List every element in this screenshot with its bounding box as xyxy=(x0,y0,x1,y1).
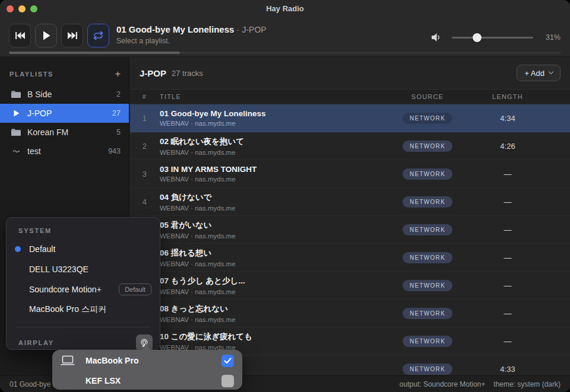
source-badge: NETWORK xyxy=(403,336,452,347)
track-subtitle: WEBNAV · nas.myds.me xyxy=(160,316,380,323)
track-row[interactable]: 7 07 もう少し あと少し... WEBNAV · nas.myds.me N… xyxy=(130,272,570,299)
default-device-badge: Default xyxy=(119,283,151,295)
next-track-button[interactable] xyxy=(61,24,83,47)
laptop-icon xyxy=(61,355,75,366)
output-device-item[interactable]: DELL U3223QE xyxy=(7,259,160,279)
volume-slider[interactable] xyxy=(452,33,533,42)
track-title: 06 揺れる想い xyxy=(160,248,380,259)
selected-device-dot xyxy=(15,246,21,252)
track-number: 2 xyxy=(130,142,154,151)
track-length: — xyxy=(475,281,540,290)
playlist-name: J-POP xyxy=(27,109,52,118)
column-header-source: SOURCE xyxy=(380,93,475,100)
source-badge: NETWORK xyxy=(403,141,452,152)
playlist-name: Korean FM xyxy=(27,128,68,137)
airplay-device-row[interactable]: KEF LSX xyxy=(52,371,242,390)
source-badge: NETWORK xyxy=(403,308,452,319)
speaker-icon[interactable] xyxy=(430,32,442,43)
sidebar-playlist-item[interactable]: J-POP 27 xyxy=(0,104,129,123)
source-badge: NETWORK xyxy=(403,168,452,180)
track-length: 4:34 xyxy=(475,114,540,123)
playlist-count-label: 27 tracks xyxy=(172,69,203,78)
playlist-track-count: 943 xyxy=(108,147,129,155)
add-track-button[interactable]: + Add xyxy=(517,65,560,81)
track-title: 02 眠れない夜を抱いて xyxy=(160,136,380,147)
playlist-name: B Side xyxy=(27,90,52,99)
now-playing: 01 Good-bye My Loneliness · J-POP Select… xyxy=(116,24,267,45)
track-row[interactable]: 8 08 きっと忘れない WEBNAV · nas.myds.me NETWOR… xyxy=(130,299,570,327)
system-section-header: SYSTEM xyxy=(7,218,160,239)
column-header-number: # xyxy=(130,93,154,100)
source-badge: NETWORK xyxy=(403,113,452,124)
track-title: 03 IN MY ARMS TONIGHT xyxy=(160,165,380,174)
sidebar-playlist-item[interactable]: test 943 xyxy=(0,142,129,161)
output-device-label: Default xyxy=(29,244,55,254)
popover-divider xyxy=(16,327,150,327)
source-badge: NETWORK xyxy=(403,280,452,291)
seek-bar[interactable] xyxy=(9,52,561,54)
track-row[interactable]: 6 06 揺れる想い WEBNAV · nas.myds.me NETWORK … xyxy=(130,244,570,272)
track-row[interactable]: 1 01 Good-bye My Loneliness WEBNAV · nas… xyxy=(130,104,570,132)
track-subtitle: WEBNAV · nas.myds.me xyxy=(160,205,380,212)
source-badge: NETWORK xyxy=(403,252,452,263)
output-device-item[interactable]: MacBook Pro 스피커 xyxy=(7,299,160,320)
track-length: — xyxy=(475,253,540,262)
track-length: 4:33 xyxy=(475,365,540,374)
track-subtitle: WEBNAV · nas.myds.me xyxy=(160,232,380,240)
track-subtitle: WEBNAV · nas.myds.me xyxy=(160,288,380,295)
playing-indicator-icon xyxy=(11,110,21,117)
track-length: — xyxy=(475,225,540,234)
output-device-label: DELL U3223QE xyxy=(29,264,88,274)
track-length: 4:26 xyxy=(475,142,540,151)
device-checkbox[interactable] xyxy=(221,375,234,387)
sidebar-playlist-item[interactable]: Korean FM 5 xyxy=(0,123,129,142)
airplay-device-label: KEF LSX xyxy=(86,376,121,385)
repeat-button[interactable] xyxy=(87,24,109,47)
app-window: Hay Radio 01 Good-bye My Loneliness · J-… xyxy=(0,0,570,392)
track-subtitle: WEBNAV · nas.myds.me xyxy=(160,260,380,267)
source-badge: NETWORK xyxy=(403,196,452,208)
output-device-item[interactable]: Default xyxy=(7,239,160,259)
previous-track-button[interactable] xyxy=(9,24,31,47)
volume-controls: 31% xyxy=(430,30,560,45)
airplay-device-row[interactable]: MacBook Pro xyxy=(52,351,242,370)
track-subtitle: WEBNAV · nas.myds.me xyxy=(160,149,380,156)
add-playlist-button[interactable]: + xyxy=(115,71,121,78)
track-row[interactable]: 3 03 IN MY ARMS TONIGHT WEBNAV · nas.myd… xyxy=(130,160,570,188)
track-row[interactable]: 2 02 眠れない夜を抱いて WEBNAV · nas.myds.me NETW… xyxy=(130,132,570,160)
playlist-track-count: 27 xyxy=(112,109,129,117)
volume-track xyxy=(452,37,533,39)
track-title: 04 負けないで xyxy=(160,192,380,203)
output-device-item[interactable]: Soundcore Motion+ Default xyxy=(7,279,160,299)
playlist-name: test xyxy=(27,146,41,156)
airplay-section-header: AIRPLAY xyxy=(18,339,54,346)
output-device-label: MacBook Pro 스피커 xyxy=(29,304,106,315)
separator-dot: · xyxy=(237,25,240,34)
column-header-title: TITLE xyxy=(154,93,380,100)
volume-percent-label: 31% xyxy=(543,33,560,42)
skip-back-icon xyxy=(15,31,26,40)
chevron-down-icon xyxy=(549,69,553,74)
track-row[interactable]: 4 04 負けないで WEBNAV · nas.myds.me NETWORK … xyxy=(130,188,570,216)
track-title: 01 Good-bye My Loneliness xyxy=(160,109,380,118)
track-title: 05 君がいない xyxy=(160,220,380,231)
track-title: 07 もう少し あと少し... xyxy=(160,276,380,286)
track-length: — xyxy=(475,337,540,346)
output-device-popover: SYSTEM Default DELL U3223QE Soundcore Mo… xyxy=(6,217,160,350)
sidebar-playlist-item[interactable]: B Side 2 xyxy=(0,85,129,104)
play-button[interactable] xyxy=(35,24,57,47)
track-rows: 1 01 Good-bye My Loneliness WEBNAV · nas… xyxy=(130,104,570,375)
column-header-length: LENGTH xyxy=(475,93,540,100)
checkmark-icon xyxy=(224,358,232,364)
track-title: 08 きっと忘れない xyxy=(160,304,380,314)
track-number: 4 xyxy=(130,197,154,206)
airplay-device-label: MacBook Pro xyxy=(86,356,138,365)
source-badge: NETWORK xyxy=(403,224,452,235)
volume-thumb[interactable] xyxy=(473,33,482,42)
track-number: 1 xyxy=(130,114,154,123)
device-checkbox[interactable] xyxy=(221,355,234,367)
track-row[interactable]: 5 05 君がいない WEBNAV · nas.myds.me NETWORK … xyxy=(130,216,570,244)
track-title: 10 この愛に泳ぎ疲れても xyxy=(160,332,380,342)
track-subtitle: WEBNAV · nas.myds.me xyxy=(160,120,380,127)
output-device-label: Soundcore Motion+ xyxy=(29,285,102,294)
